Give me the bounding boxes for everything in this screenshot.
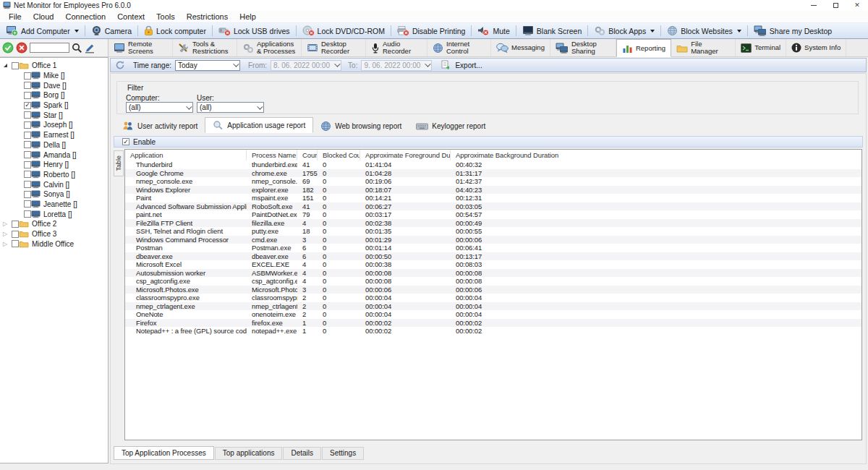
bottom-tab-details[interactable]: Details (283, 447, 321, 460)
menu-item-help[interactable]: Help (234, 11, 262, 22)
tab-remote-screens[interactable]: Remote Screens (109, 39, 173, 56)
tab-applications-processes[interactable]: Applications & Processes (237, 39, 302, 56)
tree-checkbox[interactable] (12, 240, 19, 247)
tree-checkbox[interactable] (24, 151, 31, 158)
tree-item-star-[interactable]: Star [] (0, 110, 108, 120)
tree-checkbox[interactable] (24, 171, 31, 178)
menu-item-context[interactable]: Context (111, 11, 150, 22)
tree-checkbox[interactable] (12, 231, 19, 238)
search-input[interactable] (30, 43, 69, 53)
tree-item-loretta-[interactable]: Loretta [] (0, 209, 108, 219)
time-range-select[interactable]: Today (175, 60, 240, 71)
lock-usb-drives-button[interactable]: Lock USB drives (213, 23, 296, 38)
table-row[interactable]: Thunderbirdthunderbird.exe41001:41:0400:… (125, 161, 861, 169)
block-websites-button[interactable]: Block Websites (661, 23, 747, 38)
menu-item-tools[interactable]: Tools (150, 11, 181, 22)
export-button[interactable]: Export... (455, 61, 482, 69)
column-header-approximate-foreground-duration[interactable]: Approximate Foreground Duration (360, 150, 451, 161)
tree-checkbox[interactable] (24, 200, 31, 208)
table-row[interactable]: Windows Command Processorcmd.exe3000:01:… (125, 236, 861, 244)
tree-item-roberto-[interactable]: Roberto [] (0, 170, 108, 180)
tree-checkbox[interactable] (24, 210, 31, 218)
tree-item-dave-[interactable]: Dave [] (0, 80, 108, 90)
report-tab-web-browsing-report[interactable]: Web browsing report (313, 119, 409, 133)
table-row[interactable]: Notepad++ : a free (GPL) source code edi… (125, 327, 861, 336)
tree-checkbox[interactable] (24, 82, 31, 89)
from-date-select[interactable]: 8. 06. 2022 00:00 (271, 60, 341, 71)
edit-icon[interactable] (85, 43, 95, 54)
tree-checkbox[interactable] (24, 132, 31, 139)
tab-file-manager[interactable]: File Manager (671, 39, 736, 56)
tree-item-borg-[interactable]: Borg [] (0, 90, 108, 101)
user-filter-select[interactable]: (all) (197, 102, 264, 113)
expander-open-icon[interactable] (4, 64, 7, 67)
table-row[interactable]: Firefoxfirefox.exe1000:00:0200:00:02 (125, 319, 861, 328)
tree-item-calvin-[interactable]: Calvin [] (0, 179, 108, 189)
tree-checkbox[interactable] (24, 111, 31, 119)
lock-computer-button[interactable]: Lock computer (138, 23, 212, 38)
tree-checkbox[interactable] (24, 191, 31, 198)
tree-group-office-3[interactable]: ▷Office 3 (0, 229, 108, 239)
table-row[interactable]: dbeaver.exedbeaver.exe6000:00:5000:13:17 (125, 252, 861, 261)
menu-item-connection[interactable]: Connection (59, 11, 111, 22)
table-row[interactable]: Autosubmission workerASBMWorker.exe4000:… (125, 269, 861, 278)
report-tab-keylogger-report[interactable]: Keylogger report (409, 119, 493, 133)
add-computer-button[interactable]: Add Computer (0, 23, 85, 38)
report-tab-user-activity-report[interactable]: User activity report (115, 119, 205, 133)
table-side-tab[interactable]: Table (114, 150, 124, 176)
camera-button[interactable]: Camera (85, 23, 137, 38)
column-header-count[interactable]: Count (297, 150, 318, 161)
menu-item-file[interactable]: File (3, 11, 27, 22)
tree-checkbox[interactable] (12, 62, 19, 69)
tree-item-henry-[interactable]: Henry [] (0, 160, 108, 170)
connect-all-icon[interactable] (2, 42, 14, 54)
table-row[interactable]: nmep_console.exenmep_console.exe69000:19… (125, 177, 861, 186)
tree-item-earnest-[interactable]: Earnest [] (0, 130, 108, 140)
search-icon[interactable] (72, 43, 82, 54)
table-row[interactable]: Google Chromechrome.exe1755001:04:2801:3… (125, 169, 861, 178)
tree-checkbox[interactable] (24, 102, 31, 109)
blank-screen-button[interactable]: Blank Screen (516, 23, 587, 38)
block-apps-button[interactable]: Block Apps (588, 23, 660, 38)
tree-checkbox[interactable] (24, 121, 31, 129)
table-row[interactable]: csp_agtconfig.execsp_agtconfig.exe4000:0… (125, 277, 861, 286)
tree-item-jeanette-[interactable]: Jeanette [] (0, 200, 108, 210)
tab-messaging[interactable]: Messaging (491, 39, 550, 56)
tree-checkbox[interactable] (24, 92, 31, 99)
table-row[interactable]: classroomspypro.execlassroomspypro.exe20… (125, 294, 861, 302)
tree-group-office-2[interactable]: ▷Office 2 (0, 219, 108, 229)
computer-filter-select[interactable]: (all) (126, 102, 193, 113)
table-row[interactable]: FileZilla FTP Clientfilezilla.exe4000:02… (125, 219, 861, 228)
tree-item-sonya-[interactable]: Sonya [] (0, 189, 108, 200)
column-header-application[interactable]: Application (125, 150, 247, 161)
expander-closed-icon[interactable]: ▷ (3, 231, 7, 237)
disconnect-all-icon[interactable] (16, 42, 27, 54)
tree-item-joseph-[interactable]: Joseph [] (0, 120, 108, 130)
expander-closed-icon[interactable]: ▷ (3, 221, 7, 227)
table-row[interactable]: OneNoteonenoteim.exe2000:00:0400:00:04 (125, 310, 861, 319)
tree-item-spark-[interactable]: Spark [] (0, 101, 108, 111)
table-row[interactable]: PostmanPostman.exe6000:01:1400:06:41 (125, 244, 861, 252)
minimize-button[interactable] (803, 0, 825, 11)
to-date-select[interactable]: 9. 06. 2022 00:00 (361, 60, 432, 71)
tree-group-middle-office[interactable]: ▷Middle Office (0, 239, 108, 249)
tree-checkbox[interactable] (24, 72, 31, 80)
tab-system-info[interactable]: System Info (786, 39, 846, 56)
column-header-approximate-background-duration[interactable]: Approximate Background Duration (451, 150, 861, 161)
tab-terminal[interactable]: Terminal (736, 39, 786, 56)
column-header-blocked-count[interactable]: Blocked Count (318, 150, 360, 161)
table-row[interactable]: Advanced Software Submission Application… (125, 202, 861, 211)
tree-item-mike-[interactable]: Mike [] (0, 71, 108, 81)
table-row[interactable]: Microsoft.Photos.exeMicrosoft.Photos.exe… (125, 286, 861, 294)
tree-item-amanda-[interactable]: Amanda [] (0, 150, 108, 160)
table-row[interactable]: SSH, Telnet and Rlogin clientputty.exe18… (125, 227, 861, 236)
report-tab-application-usage-report[interactable]: Application usage report (205, 117, 313, 133)
menu-item-restrictions[interactable]: Restrictions (181, 11, 234, 22)
tree-checkbox[interactable] (12, 221, 19, 228)
menu-item-cloud[interactable]: Cloud (27, 11, 60, 22)
tree-checkbox[interactable] (24, 161, 31, 168)
tree-checkbox[interactable] (24, 141, 31, 148)
bottom-tab-top-applications[interactable]: Top applications (215, 447, 283, 460)
close-button[interactable]: ✕ (846, 0, 868, 11)
table-row[interactable]: Microsoft ExcelEXCEL.EXE4000:00:3800:08:… (125, 260, 861, 269)
